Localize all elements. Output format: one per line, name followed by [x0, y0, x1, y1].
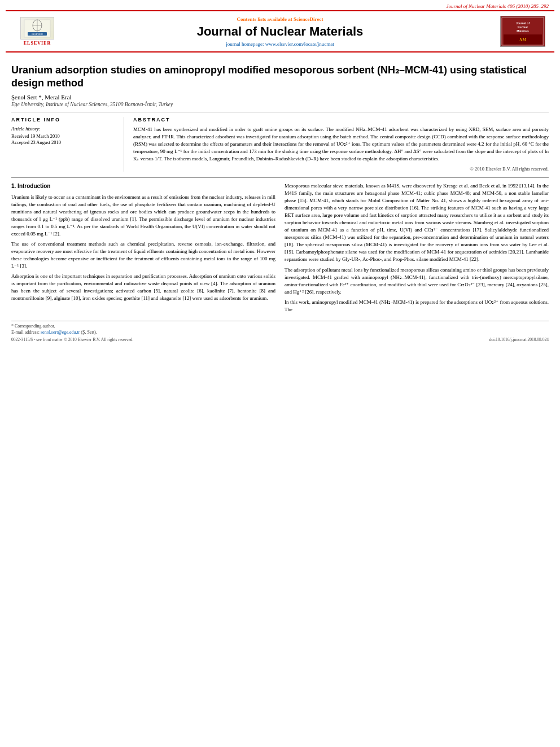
- body-left: 1. Introduction Uranium is likely to occ…: [11, 182, 275, 316]
- footer-bottom: 0022-3115/$ - see front matter © 2010 El…: [11, 337, 549, 342]
- footer-doi: doi:10.1016/j.jnucmat.2010.08.024: [489, 337, 549, 342]
- journal-header: ELSEVIER ELSEVIER Contents lists availab…: [6, 10, 554, 53]
- elsevier-brand-text: ELSEVIER: [24, 41, 51, 46]
- author-email[interactable]: senol.sert@ege.edu.tr: [41, 330, 80, 335]
- intro-para2: The use of conventional treatment method…: [11, 241, 275, 270]
- abstract-heading: ABSTRACT: [133, 117, 549, 123]
- svg-text:Nuclear: Nuclear: [518, 25, 528, 29]
- sciencedirect-line: Contents lists available at ScienceDirec…: [60, 16, 500, 22]
- jnm-logo: Journal of Nuclear Materials NM: [500, 16, 545, 47]
- footer-copyright: 0022-3115/$ - see front matter © 2010 El…: [11, 337, 134, 342]
- right-para2: The adsorption of pollutant metal ions b…: [285, 267, 549, 296]
- svg-text:Materials: Materials: [517, 29, 529, 33]
- elsevier-logo-image: ELSEVIER: [20, 17, 54, 40]
- email-line: E-mail address: senol.sert@ege.edu.tr (Ş…: [11, 330, 549, 335]
- intro-para1: Uranium is likely to occur as a contamin…: [11, 194, 275, 238]
- right-para3: In this work, aminopropyl modified MCM-4…: [285, 299, 549, 313]
- article-info-heading: ARTICLE INFO: [11, 117, 117, 123]
- right-para1: Mesoporous molecular sieve materials, kn…: [285, 182, 549, 264]
- journal-title-center: Contents lists available at ScienceDirec…: [60, 16, 500, 47]
- svg-text:Journal of: Journal of: [516, 21, 530, 25]
- intro-para3: Adsorption is one of the important techn…: [11, 273, 275, 302]
- intro-heading: 1. Introduction: [11, 182, 275, 191]
- received-date: Received 19 March 2010: [11, 133, 117, 139]
- body-columns: 1. Introduction Uranium is likely to occ…: [11, 177, 549, 316]
- journal-ref-bar: Journal of Nuclear Materials 406 (2010) …: [0, 0, 560, 10]
- article-content: Uranium adsorption studies on aminopropy…: [11, 53, 549, 348]
- accepted-date: Accepted 23 August 2010: [11, 139, 117, 145]
- copyright-line: © 2010 Elsevier B.V. All rights reserved…: [133, 166, 549, 172]
- body-right: Mesoporous molecular sieve materials, kn…: [285, 182, 549, 316]
- article-info-col: ARTICLE INFO Article history: Received 1…: [11, 117, 124, 172]
- svg-text:ELSEVIER: ELSEVIER: [32, 33, 43, 36]
- journal-main-title: Journal of Nuclear Materials: [60, 24, 500, 39]
- svg-text:NM: NM: [519, 37, 527, 42]
- info-abstract-row: ARTICLE INFO Article history: Received 1…: [11, 112, 549, 172]
- journal-homepage: journal homepage: www.elsevier.com/locat…: [60, 41, 500, 47]
- authors: Şenol Sert *, Meral Eral: [11, 94, 549, 101]
- abstract-col: ABSTRACT MCM-41 has been synthesized and…: [133, 117, 549, 172]
- abstract-text: MCM-41 has been synthesized and modified…: [133, 126, 549, 163]
- article-footer: * Corresponding author. E-mail address: …: [11, 321, 549, 342]
- corresponding-note: * Corresponding author.: [11, 324, 549, 329]
- article-title: Uranium adsorption studies on aminopropy…: [11, 64, 549, 90]
- affiliation: Ege University, Institute of Nuclear Sci…: [11, 102, 549, 107]
- elsevier-logo: ELSEVIER ELSEVIER: [15, 17, 60, 46]
- article-history-label: Article history:: [11, 126, 117, 132]
